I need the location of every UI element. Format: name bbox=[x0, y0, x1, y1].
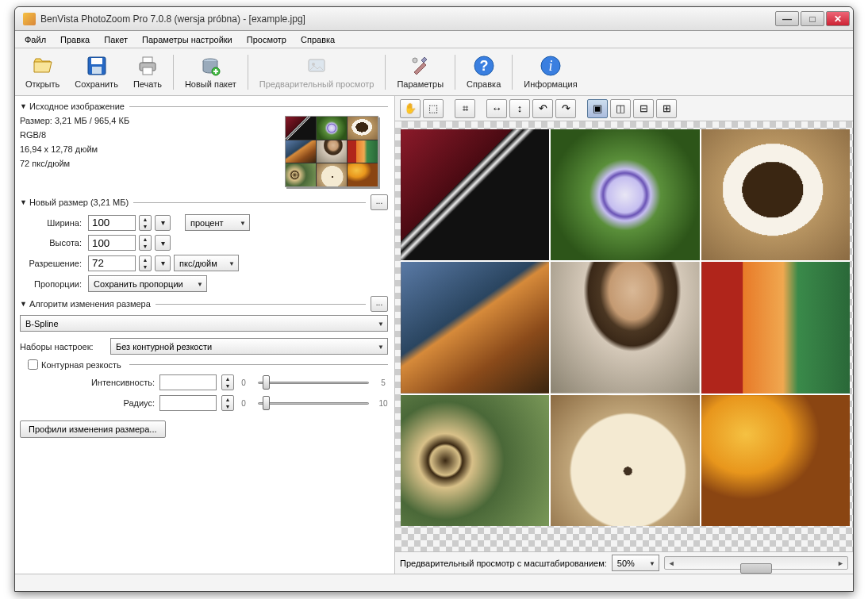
aspect-label: Пропорции: bbox=[20, 279, 82, 289]
view-grid-button[interactable]: ⊞ bbox=[656, 99, 677, 118]
toggle-preview-button[interactable]: Предварительный просмотр bbox=[252, 50, 382, 94]
statusbar bbox=[15, 574, 853, 591]
resize-section-header[interactable]: ▼ Алгоритм изменения размера ... bbox=[20, 296, 388, 312]
preset-select[interactable]: Без контурной резкости bbox=[110, 338, 388, 355]
resolution-spinner[interactable]: ▲▼ bbox=[139, 255, 152, 271]
size-unit-select[interactable]: процент bbox=[185, 214, 250, 231]
unsharp-label: Контурная резкость bbox=[41, 360, 121, 370]
menu-file[interactable]: Файл bbox=[18, 33, 52, 47]
height-lock-button[interactable]: ▾ bbox=[155, 235, 171, 251]
menu-help[interactable]: Справка bbox=[294, 33, 341, 47]
rotate-left-button[interactable]: ↶ bbox=[532, 99, 553, 118]
height-label: Высота: bbox=[20, 238, 82, 248]
view-split-v-button[interactable]: ⊟ bbox=[633, 99, 654, 118]
app-icon bbox=[23, 13, 36, 25]
hand-tool-button[interactable]: ✋ bbox=[400, 99, 421, 118]
marquee-icon: ⬚ bbox=[428, 102, 438, 114]
view-single-icon: ▣ bbox=[593, 102, 602, 114]
radius-spinner[interactable]: ▲▼ bbox=[221, 395, 234, 411]
menu-edit[interactable]: Правка bbox=[54, 33, 96, 47]
tools-icon bbox=[409, 55, 432, 77]
thumbnail[interactable] bbox=[285, 116, 378, 187]
print-button[interactable]: Печать bbox=[126, 50, 169, 94]
svg-rect-3 bbox=[143, 57, 152, 63]
width-label: Ширина: bbox=[20, 218, 82, 228]
preview-area[interactable] bbox=[395, 121, 853, 551]
new-batch-button[interactable]: Новый пакет bbox=[178, 50, 244, 94]
radius-input[interactable] bbox=[159, 395, 217, 411]
left-panel: ▼ Исходное изображение Размер: 3,21 МБ /… bbox=[15, 96, 394, 574]
titlebar[interactable]: BenVista PhotoZoom Pro 7.0.8 (wersja pró… bbox=[15, 7, 853, 31]
resolution-unit-select[interactable]: пкс/дюйм bbox=[174, 255, 239, 271]
radius-slider[interactable] bbox=[253, 395, 374, 411]
width-spinner[interactable]: ▲▼ bbox=[139, 215, 152, 231]
unsharp-checkbox[interactable] bbox=[28, 359, 38, 370]
marquee-tool-button[interactable]: ⬚ bbox=[423, 99, 444, 118]
view-split-h-button[interactable]: ◫ bbox=[610, 99, 631, 118]
app-window: BenVista PhotoZoom Pro 7.0.8 (wersja pró… bbox=[14, 6, 854, 592]
height-spinner[interactable]: ▲▼ bbox=[139, 235, 152, 251]
collapse-icon: ▼ bbox=[20, 300, 27, 308]
menubar: Файл Правка Пакет Параметры настройки Пр… bbox=[15, 31, 853, 48]
help-icon: ? bbox=[473, 55, 495, 77]
flip-h-icon: ↔ bbox=[492, 102, 502, 114]
batch-icon bbox=[199, 55, 221, 77]
main-toolbar: Открыть Сохранить Печать Новый пакет Пре… bbox=[15, 48, 853, 96]
resize-profiles-button[interactable]: Профили изменения размера... bbox=[20, 420, 166, 438]
preview-bottom-bar: Предварительный просмотр с масштабирован… bbox=[395, 551, 853, 574]
view-single-button[interactable]: ▣ bbox=[587, 99, 608, 118]
scroll-right-icon[interactable]: ► bbox=[834, 557, 847, 569]
zoom-select[interactable]: 50% bbox=[612, 555, 659, 571]
flip-v-icon: ↕ bbox=[517, 102, 523, 114]
width-input[interactable] bbox=[88, 215, 136, 231]
hand-icon: ✋ bbox=[404, 102, 417, 114]
radius-label: Радиус: bbox=[20, 398, 155, 408]
width-lock-button[interactable]: ▾ bbox=[155, 215, 171, 231]
options-button[interactable]: Параметры bbox=[390, 50, 451, 94]
menu-view[interactable]: Просмотр bbox=[240, 33, 293, 47]
close-button[interactable]: ✕ bbox=[826, 11, 850, 26]
right-panel: ✋ ⬚ ⌗ ↔ ↕ ↶ ↷ ▣ ◫ ⊟ ⊞ bbox=[394, 96, 853, 574]
save-button[interactable]: Сохранить bbox=[67, 50, 125, 94]
rotate-ccw-icon: ↶ bbox=[539, 102, 547, 114]
flip-vertical-button[interactable]: ↕ bbox=[509, 99, 530, 118]
svg-rect-5 bbox=[143, 67, 152, 75]
newsize-options-button[interactable]: ... bbox=[371, 194, 388, 210]
flip-horizontal-button[interactable]: ↔ bbox=[486, 99, 507, 118]
resolution-lock-button[interactable]: ▾ bbox=[155, 255, 171, 271]
svg-text:?: ? bbox=[479, 58, 488, 74]
height-input[interactable] bbox=[88, 235, 136, 251]
horizontal-scrollbar[interactable]: ◄ ► bbox=[664, 556, 848, 570]
newsize-section-header[interactable]: ▼ Новый размер (3,21 МБ) ... bbox=[20, 194, 388, 210]
scroll-left-icon[interactable]: ◄ bbox=[665, 557, 678, 569]
rotate-right-button[interactable]: ↷ bbox=[555, 99, 576, 118]
aspect-select[interactable]: Сохранить пропорции bbox=[88, 275, 207, 292]
info-button[interactable]: i Информация bbox=[517, 50, 584, 94]
svg-text:i: i bbox=[548, 58, 552, 74]
rotate-cw-icon: ↷ bbox=[562, 102, 570, 114]
window-title: BenVista PhotoZoom Pro 7.0.8 (wersja pró… bbox=[40, 13, 775, 25]
source-section-header[interactable]: ▼ Исходное изображение bbox=[20, 102, 388, 111]
crop-tool-button[interactable]: ⌗ bbox=[455, 99, 475, 118]
resize-options-button[interactable]: ... bbox=[371, 296, 388, 312]
collapse-icon: ▼ bbox=[20, 102, 27, 110]
svg-rect-1 bbox=[91, 58, 102, 64]
crop-icon: ⌗ bbox=[463, 102, 468, 115]
zoom-label: Предварительный просмотр с масштабирован… bbox=[400, 559, 607, 568]
svg-point-10 bbox=[413, 58, 417, 63]
svg-point-9 bbox=[312, 63, 315, 66]
resolution-input[interactable] bbox=[88, 255, 136, 271]
menu-batch[interactable]: Пакет bbox=[98, 33, 134, 47]
intensity-spinner[interactable]: ▲▼ bbox=[221, 374, 234, 390]
intensity-slider[interactable] bbox=[253, 374, 374, 390]
grid-icon: ⊞ bbox=[663, 102, 671, 114]
preview-icon bbox=[305, 55, 328, 77]
resize-method-select[interactable]: B-Spline bbox=[20, 315, 388, 332]
minimize-button[interactable]: — bbox=[775, 11, 799, 26]
preview-image bbox=[401, 129, 850, 526]
help-button[interactable]: ? Справка bbox=[459, 50, 508, 94]
intensity-input[interactable] bbox=[159, 374, 217, 390]
open-button[interactable]: Открыть bbox=[18, 50, 67, 94]
menu-settings[interactable]: Параметры настройки bbox=[136, 33, 239, 47]
maximize-button[interactable]: □ bbox=[801, 11, 824, 26]
